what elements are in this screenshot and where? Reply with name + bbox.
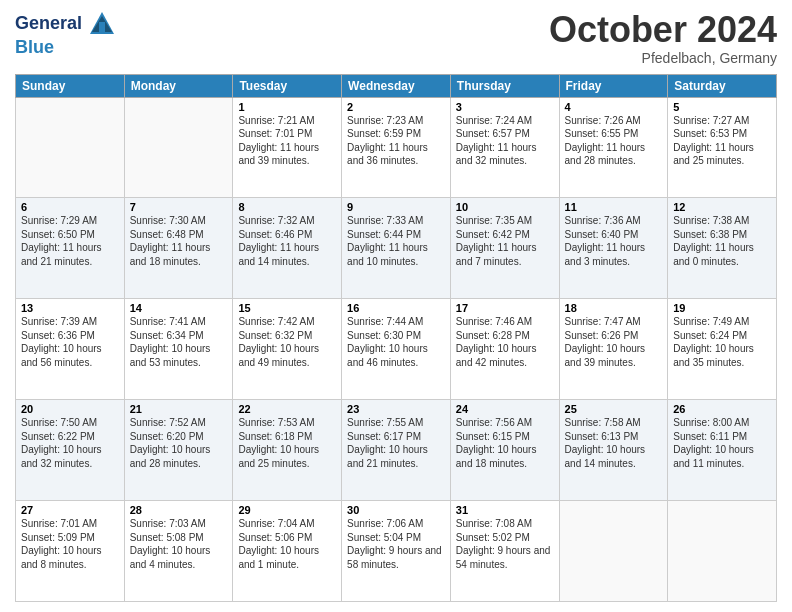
weekday-header-row: Sunday Monday Tuesday Wednesday Thursday… xyxy=(16,74,777,97)
day-info: Sunrise: 7:58 AMSunset: 6:13 PMDaylight:… xyxy=(565,416,663,470)
day-number: 17 xyxy=(456,302,554,314)
day-info: Sunrise: 7:33 AMSunset: 6:44 PMDaylight:… xyxy=(347,214,445,268)
day-number: 7 xyxy=(130,201,228,213)
day-info: Sunrise: 7:27 AMSunset: 6:53 PMDaylight:… xyxy=(673,114,771,168)
calendar-cell: 23Sunrise: 7:55 AMSunset: 6:17 PMDayligh… xyxy=(342,400,451,501)
calendar-cell: 30Sunrise: 7:06 AMSunset: 5:04 PMDayligh… xyxy=(342,501,451,602)
day-info: Sunrise: 7:55 AMSunset: 6:17 PMDaylight:… xyxy=(347,416,445,470)
day-info: Sunrise: 7:21 AMSunset: 7:01 PMDaylight:… xyxy=(238,114,336,168)
calendar-cell: 9Sunrise: 7:33 AMSunset: 6:44 PMDaylight… xyxy=(342,198,451,299)
day-number: 24 xyxy=(456,403,554,415)
header-friday: Friday xyxy=(559,74,668,97)
day-number: 1 xyxy=(238,101,336,113)
day-number: 15 xyxy=(238,302,336,314)
calendar-cell xyxy=(16,97,125,198)
day-number: 5 xyxy=(673,101,771,113)
day-number: 16 xyxy=(347,302,445,314)
day-info: Sunrise: 7:04 AMSunset: 5:06 PMDaylight:… xyxy=(238,517,336,571)
day-number: 28 xyxy=(130,504,228,516)
day-info: Sunrise: 7:26 AMSunset: 6:55 PMDaylight:… xyxy=(565,114,663,168)
calendar-cell: 4Sunrise: 7:26 AMSunset: 6:55 PMDaylight… xyxy=(559,97,668,198)
day-number: 14 xyxy=(130,302,228,314)
day-number: 3 xyxy=(456,101,554,113)
day-info: Sunrise: 7:35 AMSunset: 6:42 PMDaylight:… xyxy=(456,214,554,268)
calendar-cell: 8Sunrise: 7:32 AMSunset: 6:46 PMDaylight… xyxy=(233,198,342,299)
header-thursday: Thursday xyxy=(450,74,559,97)
page-header: General Blue October 2024 Pfedelbach, Ge… xyxy=(15,10,777,66)
logo-icon xyxy=(88,10,116,38)
calendar-cell: 19Sunrise: 7:49 AMSunset: 6:24 PMDayligh… xyxy=(668,299,777,400)
week-row-1: 6Sunrise: 7:29 AMSunset: 6:50 PMDaylight… xyxy=(16,198,777,299)
day-info: Sunrise: 7:47 AMSunset: 6:26 PMDaylight:… xyxy=(565,315,663,369)
day-number: 25 xyxy=(565,403,663,415)
logo: General Blue xyxy=(15,10,116,58)
day-info: Sunrise: 7:52 AMSunset: 6:20 PMDaylight:… xyxy=(130,416,228,470)
day-number: 22 xyxy=(238,403,336,415)
calendar-cell: 24Sunrise: 7:56 AMSunset: 6:15 PMDayligh… xyxy=(450,400,559,501)
calendar-cell: 16Sunrise: 7:44 AMSunset: 6:30 PMDayligh… xyxy=(342,299,451,400)
day-info: Sunrise: 7:23 AMSunset: 6:59 PMDaylight:… xyxy=(347,114,445,168)
day-info: Sunrise: 7:29 AMSunset: 6:50 PMDaylight:… xyxy=(21,214,119,268)
header-monday: Monday xyxy=(124,74,233,97)
svg-rect-2 xyxy=(99,22,105,32)
day-number: 8 xyxy=(238,201,336,213)
day-info: Sunrise: 7:08 AMSunset: 5:02 PMDaylight:… xyxy=(456,517,554,571)
header-wednesday: Wednesday xyxy=(342,74,451,97)
logo-blue: Blue xyxy=(15,38,116,58)
day-number: 6 xyxy=(21,201,119,213)
calendar-cell: 10Sunrise: 7:35 AMSunset: 6:42 PMDayligh… xyxy=(450,198,559,299)
calendar-cell: 28Sunrise: 7:03 AMSunset: 5:08 PMDayligh… xyxy=(124,501,233,602)
day-info: Sunrise: 8:00 AMSunset: 6:11 PMDaylight:… xyxy=(673,416,771,470)
day-number: 31 xyxy=(456,504,554,516)
day-info: Sunrise: 7:53 AMSunset: 6:18 PMDaylight:… xyxy=(238,416,336,470)
day-info: Sunrise: 7:32 AMSunset: 6:46 PMDaylight:… xyxy=(238,214,336,268)
calendar-cell: 26Sunrise: 8:00 AMSunset: 6:11 PMDayligh… xyxy=(668,400,777,501)
calendar-cell: 25Sunrise: 7:58 AMSunset: 6:13 PMDayligh… xyxy=(559,400,668,501)
calendar-cell xyxy=(668,501,777,602)
day-info: Sunrise: 7:39 AMSunset: 6:36 PMDaylight:… xyxy=(21,315,119,369)
day-info: Sunrise: 7:41 AMSunset: 6:34 PMDaylight:… xyxy=(130,315,228,369)
day-number: 20 xyxy=(21,403,119,415)
calendar-cell: 7Sunrise: 7:30 AMSunset: 6:48 PMDaylight… xyxy=(124,198,233,299)
day-info: Sunrise: 7:36 AMSunset: 6:40 PMDaylight:… xyxy=(565,214,663,268)
day-number: 10 xyxy=(456,201,554,213)
header-sunday: Sunday xyxy=(16,74,125,97)
calendar-cell: 21Sunrise: 7:52 AMSunset: 6:20 PMDayligh… xyxy=(124,400,233,501)
header-saturday: Saturday xyxy=(668,74,777,97)
day-number: 29 xyxy=(238,504,336,516)
day-number: 2 xyxy=(347,101,445,113)
day-number: 12 xyxy=(673,201,771,213)
day-info: Sunrise: 7:01 AMSunset: 5:09 PMDaylight:… xyxy=(21,517,119,571)
calendar-cell: 18Sunrise: 7:47 AMSunset: 6:26 PMDayligh… xyxy=(559,299,668,400)
calendar-cell: 29Sunrise: 7:04 AMSunset: 5:06 PMDayligh… xyxy=(233,501,342,602)
day-number: 4 xyxy=(565,101,663,113)
day-number: 30 xyxy=(347,504,445,516)
calendar-cell: 13Sunrise: 7:39 AMSunset: 6:36 PMDayligh… xyxy=(16,299,125,400)
calendar-cell: 20Sunrise: 7:50 AMSunset: 6:22 PMDayligh… xyxy=(16,400,125,501)
day-number: 13 xyxy=(21,302,119,314)
day-number: 27 xyxy=(21,504,119,516)
day-info: Sunrise: 7:03 AMSunset: 5:08 PMDaylight:… xyxy=(130,517,228,571)
day-number: 21 xyxy=(130,403,228,415)
calendar-cell: 17Sunrise: 7:46 AMSunset: 6:28 PMDayligh… xyxy=(450,299,559,400)
day-number: 23 xyxy=(347,403,445,415)
day-info: Sunrise: 7:30 AMSunset: 6:48 PMDaylight:… xyxy=(130,214,228,268)
day-number: 19 xyxy=(673,302,771,314)
day-info: Sunrise: 7:38 AMSunset: 6:38 PMDaylight:… xyxy=(673,214,771,268)
calendar-cell: 14Sunrise: 7:41 AMSunset: 6:34 PMDayligh… xyxy=(124,299,233,400)
header-tuesday: Tuesday xyxy=(233,74,342,97)
calendar-cell: 1Sunrise: 7:21 AMSunset: 7:01 PMDaylight… xyxy=(233,97,342,198)
week-row-4: 27Sunrise: 7:01 AMSunset: 5:09 PMDayligh… xyxy=(16,501,777,602)
calendar-cell xyxy=(124,97,233,198)
calendar-cell: 6Sunrise: 7:29 AMSunset: 6:50 PMDaylight… xyxy=(16,198,125,299)
day-number: 9 xyxy=(347,201,445,213)
day-number: 18 xyxy=(565,302,663,314)
calendar-cell: 22Sunrise: 7:53 AMSunset: 6:18 PMDayligh… xyxy=(233,400,342,501)
day-info: Sunrise: 7:06 AMSunset: 5:04 PMDaylight:… xyxy=(347,517,445,571)
location: Pfedelbach, Germany xyxy=(549,50,777,66)
calendar-cell: 15Sunrise: 7:42 AMSunset: 6:32 PMDayligh… xyxy=(233,299,342,400)
calendar-cell: 5Sunrise: 7:27 AMSunset: 6:53 PMDaylight… xyxy=(668,97,777,198)
calendar-cell: 3Sunrise: 7:24 AMSunset: 6:57 PMDaylight… xyxy=(450,97,559,198)
title-block: October 2024 Pfedelbach, Germany xyxy=(549,10,777,66)
calendar-cell: 12Sunrise: 7:38 AMSunset: 6:38 PMDayligh… xyxy=(668,198,777,299)
